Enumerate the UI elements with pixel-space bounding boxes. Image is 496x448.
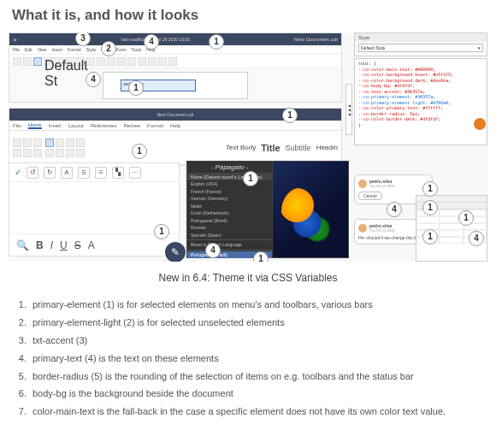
menu-edit[interactable]: Edit [25, 47, 32, 52]
doc-title: New Document.odt [294, 37, 338, 42]
style-subtitle[interactable]: Subtitle [286, 144, 311, 152]
mobile-document-area [9, 182, 179, 233]
user-avatar[interactable] [474, 118, 486, 130]
language-item[interactable]: Spanish (Spain) [187, 232, 272, 239]
toolbar-button[interactable] [148, 57, 156, 66]
font-button[interactable]: A [88, 239, 95, 251]
toolbar-button[interactable] [23, 149, 32, 157]
toolbar-button-selected[interactable] [45, 139, 54, 147]
redo-icon[interactable]: ↻ [44, 167, 56, 179]
menu-bar[interactable]: File Edit View Insert Format Style Table… [9, 45, 341, 54]
toolbar-button[interactable] [33, 149, 42, 157]
legend-item: body-bg is the background beside the doc… [29, 385, 496, 403]
indent-icon[interactable]: ≡ [95, 167, 107, 179]
toolbar-button[interactable] [66, 149, 74, 157]
page-heading: What it is, and how it looks [0, 0, 496, 32]
toolbar-button[interactable] [56, 149, 64, 157]
mobile-bottom-toolbar[interactable]: 🔍 B I U S A [9, 233, 179, 256]
ribbon-toolbar[interactable]: Text Body Title Subtitle Headin [9, 131, 341, 165]
undo-icon[interactable]: ↺ [27, 167, 38, 179]
toolbar-button[interactable] [117, 57, 126, 66]
toolbar-button[interactable] [23, 57, 32, 66]
toolbar-button[interactable] [66, 139, 74, 147]
toolbar-button[interactable] [168, 57, 177, 66]
tab-format[interactable]: Format [147, 123, 163, 128]
callout-1: 1 [128, 80, 144, 96]
strike-icon[interactable]: S [78, 167, 90, 179]
toolbar-button[interactable] [107, 57, 115, 66]
toolbar-button[interactable] [45, 149, 54, 157]
tab-references[interactable]: References [91, 123, 117, 128]
toolbar-button[interactable] [56, 139, 64, 147]
tab-insert[interactable]: Insert [49, 123, 62, 128]
menu-form[interactable]: Form [116, 47, 127, 52]
style-textbody[interactable]: Text Body [226, 144, 256, 151]
comment-avatar [358, 180, 367, 188]
language-reset[interactable]: Reset to Default Language [187, 241, 272, 249]
toolbar-button[interactable] [76, 139, 85, 147]
underline-button[interactable]: U [60, 239, 68, 251]
language-menu[interactable]: - Papagaio - More (Detect word's Languag… [187, 162, 273, 257]
tab-layout[interactable]: Layout [68, 123, 84, 128]
style-title[interactable]: Title [261, 143, 280, 153]
classic-document-area: sed Lorem [9, 68, 341, 102]
language-item[interactable]: English (USA) [187, 180, 272, 188]
toolbar-button[interactable] [33, 139, 42, 147]
tab-review[interactable]: Review [123, 123, 140, 128]
mobile-top-toolbar[interactable]: ✓ ↺ ↻ A S ≡ ▚ ⋯ [9, 163, 179, 182]
legend-item: primary-text (4) is the text on these el… [29, 350, 496, 368]
check-icon[interactable]: ✓ [15, 168, 21, 177]
font-color-icon[interactable]: A [61, 167, 73, 179]
strike-button[interactable]: S [74, 239, 81, 251]
close-icon[interactable]: ✕ [13, 37, 17, 43]
callout-1: 1 [282, 108, 298, 123]
language-item[interactable]: Dutch (Netherlands) [187, 209, 272, 217]
style-heading[interactable]: Headin [316, 144, 338, 151]
toolbar-button[interactable] [158, 57, 167, 66]
style-select[interactable]: Default Style▾ [358, 44, 483, 52]
language-item[interactable]: Portuguese (Brazil) [187, 217, 272, 225]
toolbar-button[interactable] [86, 57, 95, 66]
image-icon[interactable]: ▚ [112, 167, 124, 179]
toolbar-button[interactable] [127, 57, 136, 66]
bold-button[interactable]: B [36, 239, 44, 251]
tab-home[interactable]: Home [28, 122, 42, 129]
more-icon[interactable]: ⋯ [129, 167, 141, 179]
menu-file[interactable]: File [13, 47, 20, 52]
toolbar-button[interactable] [13, 139, 21, 147]
menu-tools[interactable]: Tools [132, 47, 142, 52]
menu-format[interactable]: Format [68, 47, 81, 52]
tab-file[interactable]: File [13, 123, 21, 128]
menu-style[interactable]: Style [86, 47, 96, 52]
chevron-down-icon: ▾ [478, 45, 481, 50]
tab-help[interactable]: Help [170, 123, 180, 128]
toolbar-button[interactable] [138, 57, 146, 66]
language-item[interactable]: Russian [187, 224, 272, 232]
toolbar-button[interactable] [13, 57, 21, 66]
language-item[interactable]: Italian [187, 203, 272, 210]
sidebar-drag-handle[interactable]: ◀◀◀ [345, 84, 352, 135]
legend-item: txt-accent (3) [29, 332, 496, 350]
callout-4: 4 [144, 34, 159, 50]
toolbar-button[interactable] [23, 139, 32, 147]
toolbar-button-selected[interactable] [33, 57, 42, 66]
classic-toolbar[interactable]: Default St [9, 54, 341, 68]
font-name-combo[interactable]: Default St [44, 57, 85, 66]
screenshot-collage: 3 2 4 1 4 1 1 1 1 1 4 1 1 4 1 1 1 4 ✕ la… [9, 32, 487, 262]
language-group-label: More (Detect word's Language) [187, 174, 272, 180]
language-item[interactable]: German (Germany) [187, 195, 272, 203]
toolbar-button[interactable] [76, 149, 85, 157]
italic-button[interactable]: I [50, 239, 53, 251]
cancel-button[interactable]: Cancel [358, 192, 382, 200]
toolbar-button[interactable] [13, 149, 21, 157]
ribbon-style-previews[interactable]: Text Body Title Subtitle Headin [226, 143, 338, 153]
toolbar-button[interactable] [97, 57, 105, 66]
search-icon[interactable]: 🔍 [16, 239, 29, 251]
language-item[interactable]: French (France) [187, 188, 272, 196]
callout-1: 1 [253, 251, 269, 262]
callout-1: 1 [132, 144, 147, 159]
edit-fab[interactable]: ✎ [163, 240, 187, 262]
language-title: - Papagaio - [187, 162, 272, 174]
menu-insert[interactable]: Insert [51, 47, 62, 52]
menu-view[interactable]: View [38, 47, 47, 52]
